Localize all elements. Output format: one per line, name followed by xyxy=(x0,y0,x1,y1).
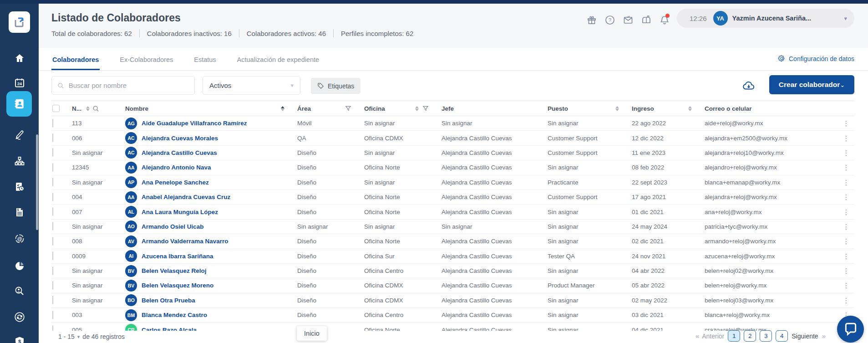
sidebar-item-signature[interactable] xyxy=(0,124,39,146)
row-checkbox[interactable] xyxy=(52,266,53,275)
tab-actualizaci-n-de-expediente[interactable]: Actualización de expediente xyxy=(236,50,320,70)
select-all-checkbox[interactable] xyxy=(52,105,60,112)
status-filter-select[interactable]: Activos ▾ xyxy=(203,76,300,95)
sort-name-icon[interactable] xyxy=(281,106,284,111)
page-button-4[interactable]: 4 xyxy=(776,330,788,342)
row-menu-button[interactable]: ⋮ xyxy=(838,152,854,154)
page-button-1[interactable]: 1 xyxy=(728,330,740,342)
app-logo[interactable] xyxy=(9,11,30,33)
row-checkbox[interactable] xyxy=(52,281,53,290)
cell-position: Practicante xyxy=(548,179,632,186)
cell-hired: 05 abr 2022 xyxy=(632,282,705,289)
row-menu-button[interactable]: ⋮ xyxy=(838,299,854,302)
sidebar-item-processes[interactable] xyxy=(0,306,39,328)
row-menu-button[interactable]: ⋮ xyxy=(838,225,854,228)
user-menu[interactable]: 12:26 YA Yazmin Azucena Sariña... ▾ xyxy=(677,9,854,28)
row-checkbox[interactable] xyxy=(52,178,53,186)
row-checkbox[interactable] xyxy=(52,148,53,157)
row-checkbox[interactable] xyxy=(52,222,53,230)
row-menu-button[interactable]: ⋮ xyxy=(838,122,854,124)
row-menu-button[interactable]: ⋮ xyxy=(838,211,854,213)
row-menu-button[interactable]: ⋮ xyxy=(838,255,854,257)
collaborator-name-link[interactable]: Blanca Mendez Castro xyxy=(142,312,207,318)
cell-position: Product Manager xyxy=(548,282,632,289)
table-body: 113 AG Aide Guadalupe Villafranco Ramíre… xyxy=(51,116,854,338)
cell-office: Oficina Norte xyxy=(364,164,442,171)
row-checkbox[interactable] xyxy=(52,119,53,128)
sidebar-item-org-chart[interactable] xyxy=(0,150,39,172)
row-menu-button[interactable]: ⋮ xyxy=(838,284,854,287)
sidebar-item-benefits[interactable]: $ xyxy=(0,331,39,343)
filter-area-icon[interactable] xyxy=(345,105,351,112)
tab-colaboradores[interactable]: Colaboradores xyxy=(51,50,100,70)
tab-ex-colaboradores[interactable]: Ex-Colaboradores xyxy=(119,50,174,70)
row-menu-button[interactable]: ⋮ xyxy=(838,196,854,198)
sort-num-icon[interactable] xyxy=(86,106,90,111)
row-checkbox[interactable] xyxy=(52,133,53,142)
mail-icon[interactable] xyxy=(623,15,634,26)
row-checkbox[interactable] xyxy=(52,311,53,319)
download-cloud-icon[interactable] xyxy=(742,79,756,92)
sort-position-icon[interactable] xyxy=(615,106,619,111)
help-icon[interactable]: ? xyxy=(604,15,615,26)
collaborator-name-link[interactable]: Aide Guadalupe Villafranco Ramírez xyxy=(142,120,247,127)
sidebar-item-collaborators[interactable] xyxy=(0,93,39,115)
filter-office-icon[interactable] xyxy=(422,105,429,112)
collaborator-name-link[interactable]: Ana Penelope Sanchez xyxy=(142,179,209,186)
row-menu-button[interactable]: ⋮ xyxy=(838,240,854,242)
sidebar-item-attendance[interactable] xyxy=(0,176,39,198)
row-menu-button[interactable]: ⋮ xyxy=(838,166,854,169)
row-checkbox[interactable] xyxy=(52,163,53,172)
collaborator-name-link[interactable]: Armando Osiel Uicab xyxy=(142,223,204,230)
collaborator-name-link[interactable]: Armando Valderrama Navarro xyxy=(142,238,228,245)
records-range[interactable]: 1 - 15 ▾ de 46 registros xyxy=(58,333,125,340)
collaborator-name-link[interactable]: Ana Laura Munguía López xyxy=(142,209,218,215)
bell-icon[interactable] xyxy=(659,15,670,26)
row-checkbox[interactable] xyxy=(52,207,53,216)
column-search-icon[interactable] xyxy=(92,105,99,112)
sort-office-icon[interactable] xyxy=(415,106,419,111)
tags-button[interactable]: Etiquetas xyxy=(311,78,360,94)
collaborator-name-link[interactable]: Belen Velasquez Moreno xyxy=(142,282,213,289)
sidebar-item-payroll[interactable]: $ xyxy=(0,201,39,223)
chat-launcher[interactable] xyxy=(837,316,864,343)
row-checkbox[interactable] xyxy=(52,296,53,304)
search-input[interactable] xyxy=(69,82,189,89)
tab-estatus[interactable]: Estatus xyxy=(193,50,217,70)
mailbox-icon[interactable] xyxy=(641,15,652,26)
row-checkbox[interactable] xyxy=(52,193,53,201)
page-button-2[interactable]: 2 xyxy=(744,330,756,342)
collaborator-name-link[interactable]: Anabel Alejandra Cuevas Cruz xyxy=(142,194,230,200)
sidebar-item-calendar[interactable]: 24 xyxy=(0,72,39,94)
row-menu-button[interactable]: ⋮ xyxy=(838,137,854,139)
sidebar-item-recruitment[interactable] xyxy=(0,281,39,302)
last-page-icon[interactable]: » xyxy=(822,332,825,340)
row-avatar: AI xyxy=(125,250,137,262)
create-collaborator-button[interactable]: Crear colaborador⌄ xyxy=(769,75,854,94)
data-config-link[interactable]: Configuración de datos xyxy=(778,55,854,62)
row-menu-button[interactable]: ⋮ xyxy=(838,270,854,272)
collaborator-name-link[interactable]: Belen Otra Prueba xyxy=(142,297,195,304)
page-button-3[interactable]: 3 xyxy=(760,330,772,342)
collaborator-name-link[interactable]: Alejandra Castillo Cuevas xyxy=(142,149,217,156)
sidebar-scrollbar[interactable] xyxy=(36,134,38,230)
collaborator-name-link[interactable]: Alejandro Antonio Nava xyxy=(142,164,211,171)
row-checkbox[interactable] xyxy=(52,251,53,260)
row-avatar: BV xyxy=(125,265,137,277)
collaborator-name-link[interactable]: Belen Velasquez Reloj xyxy=(142,267,207,274)
gift-icon[interactable] xyxy=(586,15,597,26)
next-page-button[interactable]: Siguiente xyxy=(792,333,818,340)
collaborator-name-link[interactable]: Alejandra Cuevas Morales xyxy=(142,135,218,142)
table-row: 006 AC Alejandra Cuevas Morales QA Ofici… xyxy=(51,131,854,145)
sort-hired-icon[interactable] xyxy=(688,106,692,111)
org-chart-icon xyxy=(14,156,25,167)
sidebar-item-reports[interactable] xyxy=(0,255,39,277)
cell-area: Diseño xyxy=(297,238,364,245)
collaborator-name-link[interactable]: Azucena Ibarra Sariñana xyxy=(142,253,213,260)
row-checkbox[interactable] xyxy=(52,237,53,246)
row-menu-button[interactable]: ⋮ xyxy=(838,181,854,184)
prev-page-button[interactable]: Anterior xyxy=(702,333,724,340)
first-page-icon[interactable]: « xyxy=(695,332,698,340)
sidebar-item-home[interactable] xyxy=(0,47,39,69)
sidebar-item-digital-signature[interactable]: @ xyxy=(0,228,39,250)
